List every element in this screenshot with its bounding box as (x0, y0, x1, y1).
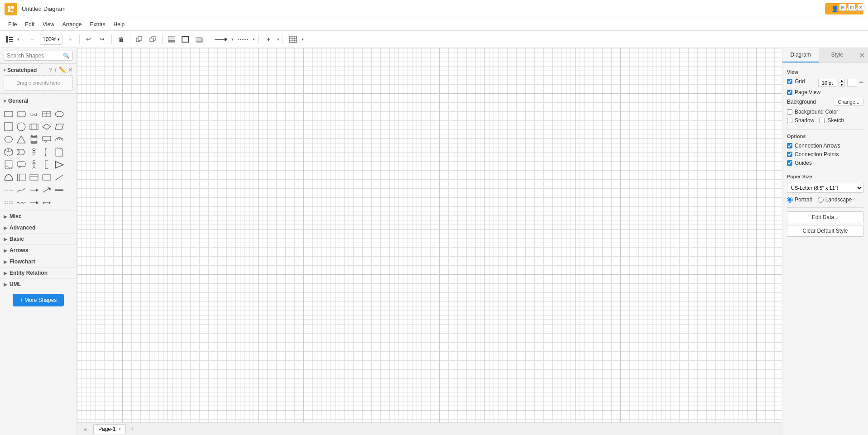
shape-note[interactable] (53, 146, 65, 158)
shape-thick-line[interactable] (53, 184, 65, 196)
shape-doc[interactable] (3, 159, 14, 171)
shape-pentagon[interactable] (41, 172, 53, 183)
grid-color-edit-icon[interactable]: ✏ (859, 80, 863, 86)
clear-default-style-button[interactable]: Clear Default Style (787, 225, 863, 237)
section-misc-header[interactable]: ▶ Misc (0, 211, 77, 222)
section-basic-header[interactable]: ▶ Basic (0, 234, 77, 244)
shape-arrow-right[interactable] (28, 184, 40, 196)
menu-edit[interactable]: Edit (21, 20, 38, 29)
fill-color-button[interactable] (166, 33, 177, 45)
tab-diagram[interactable]: Diagram (782, 48, 819, 62)
sketch-checkbox[interactable] (820, 118, 825, 123)
zoom-in-button[interactable]: + (64, 33, 76, 45)
section-entity-relation-header[interactable]: ▶ Entity Relation (0, 268, 77, 278)
paper-size-select[interactable]: US-Letter (8.5" x 11") A4 (210 x 297 mm)… (787, 183, 863, 193)
close-button[interactable]: ✕ (857, 4, 864, 11)
shape-dashed-line[interactable] (3, 184, 14, 196)
grid-color-swatch[interactable] (847, 79, 857, 87)
page-menu-button[interactable]: ≡ (81, 425, 90, 434)
shape-double-line[interactable] (3, 197, 14, 209)
shape-triangle[interactable] (15, 134, 27, 145)
menu-arrange[interactable]: Arrange (59, 20, 86, 29)
page-view-checkbox[interactable] (787, 90, 792, 95)
landscape-radio[interactable] (818, 197, 824, 203)
shape-text[interactable]: text (28, 108, 40, 120)
shape-parallelogram[interactable] (53, 121, 65, 133)
shape-rounded-rect[interactable] (15, 108, 27, 120)
menu-extras[interactable]: Extras (86, 20, 109, 29)
insert-button[interactable]: + (262, 33, 275, 45)
page-tab-1[interactable]: Page-1 ▾ (93, 424, 126, 434)
scratchpad-help-icon[interactable]: ? (48, 67, 52, 73)
shape-square[interactable] (3, 121, 14, 133)
more-shapes-button[interactable]: + More Shapes (13, 294, 64, 306)
section-flowchart-header[interactable]: ▶ Flowchart (0, 256, 77, 267)
background-color-checkbox[interactable] (787, 109, 792, 115)
section-advanced-header[interactable]: ▶ Advanced (0, 222, 77, 233)
shape-rect-split[interactable] (28, 172, 40, 183)
add-page-button[interactable]: + (128, 425, 137, 434)
shadow-checkbox[interactable] (787, 118, 792, 123)
minimize-button[interactable]: ⊟ (839, 4, 846, 11)
section-arrows-header[interactable]: ▶ Arrows (0, 245, 77, 256)
shape-line[interactable] (53, 172, 65, 183)
connection-points-checkbox[interactable] (787, 152, 792, 157)
scratchpad-add-icon[interactable]: + (53, 67, 57, 73)
sidebar-toggle-button[interactable] (4, 33, 15, 45)
section-general-header[interactable]: ▾ General (0, 96, 77, 106)
grid-size-down[interactable]: ▼ (839, 83, 845, 87)
shape-squiggle[interactable] (15, 197, 27, 209)
waypoint-button[interactable] (235, 33, 251, 45)
edit-data-button[interactable]: Edit Data... (787, 211, 863, 223)
zoom-out-button[interactable]: − (26, 33, 38, 45)
shape-cube[interactable] (3, 146, 14, 158)
canvas-grid[interactable] (77, 48, 782, 426)
menu-view[interactable]: View (39, 20, 58, 29)
shape-circle[interactable] (15, 121, 27, 133)
shape-rectangle[interactable] (3, 108, 14, 120)
shape-step[interactable] (15, 146, 27, 158)
close-panel-button[interactable]: ✕ (855, 48, 868, 62)
menu-file[interactable]: File (5, 20, 20, 29)
connector-style-button[interactable] (211, 33, 230, 45)
shape-brace[interactable] (41, 146, 53, 158)
shape-rect-rounded-bottom[interactable] (15, 172, 27, 183)
restore-button[interactable]: ⊡ (848, 4, 855, 11)
portrait-radio[interactable] (787, 197, 793, 203)
shape-speech-bubble[interactable] (15, 159, 27, 171)
scratchpad-close-icon[interactable]: ✕ (68, 67, 73, 73)
delete-button[interactable]: 🗑 (115, 33, 127, 45)
grid-checkbox[interactable] (787, 79, 792, 84)
guides-checkbox[interactable] (787, 160, 792, 166)
shape-cloud[interactable] (53, 134, 65, 145)
shape-half-circle[interactable] (3, 172, 14, 183)
landscape-option[interactable]: Landscape (818, 196, 852, 203)
to-front-button[interactable] (134, 33, 145, 45)
shape-bracket[interactable] (41, 159, 53, 171)
connection-arrows-checkbox[interactable] (787, 143, 792, 148)
shape-hexagon[interactable] (3, 134, 14, 145)
shape-stick-figure[interactable] (28, 159, 40, 171)
redo-button[interactable]: ↪ (96, 33, 108, 45)
shape-arrow-both[interactable] (41, 197, 53, 209)
shape-arrow-diagonal[interactable] (41, 184, 53, 196)
shape-cylinder[interactable] (28, 134, 40, 145)
shape-triangle-right[interactable] (53, 159, 65, 171)
shape-ellipse[interactable] (53, 108, 65, 120)
stroke-color-button[interactable] (179, 33, 191, 45)
table-button[interactable] (286, 33, 300, 45)
shape-arrow-line[interactable] (28, 197, 40, 209)
shape-callout[interactable] (41, 134, 53, 145)
grid-size-up[interactable]: ▲ (839, 79, 845, 83)
shape-person[interactable] (28, 146, 40, 158)
section-uml-header[interactable]: ▶ UML (0, 279, 77, 290)
tab-style[interactable]: Style (819, 48, 856, 62)
grid-size-input[interactable] (818, 79, 836, 87)
shape-table[interactable] (41, 108, 53, 120)
zoom-dropdown[interactable]: 100% ▾ (40, 34, 62, 45)
undo-button[interactable]: ↩ (83, 33, 95, 45)
shape-diamond[interactable] (41, 121, 53, 133)
to-back-button[interactable] (147, 33, 159, 45)
scratchpad-edit-icon[interactable]: ✏️ (59, 67, 66, 73)
shape-process[interactable] (28, 121, 40, 133)
